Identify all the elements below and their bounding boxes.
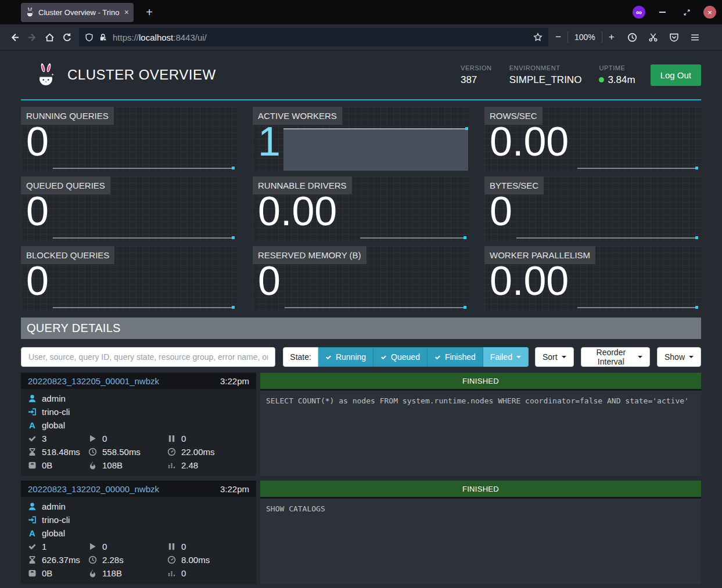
state-filter-group: State: Running Queued Finished Failed bbox=[283, 347, 529, 367]
query-sql[interactable]: SELECT COUNT(*) as nodes FROM system.run… bbox=[260, 389, 701, 476]
chevron-down-icon bbox=[638, 356, 642, 358]
filter-queued-button[interactable]: Queued bbox=[373, 347, 428, 367]
close-window-button[interactable]: × bbox=[703, 6, 716, 19]
sparkline bbox=[285, 307, 466, 308]
gauge-icon bbox=[167, 555, 176, 564]
stat-value: 0.00 bbox=[490, 121, 569, 163]
query-state-bar: FINISHED bbox=[260, 373, 701, 389]
stat-value: 0 bbox=[490, 190, 512, 233]
query-row: 20220823_132202_00000_nwbzk 3:22pm FINIS… bbox=[21, 481, 701, 584]
stat-value: 0 bbox=[26, 190, 49, 233]
query-metrics: 300518.48ms558.50ms22.00ms0B108B2.48 bbox=[28, 432, 249, 472]
pause-icon bbox=[167, 542, 176, 551]
clock-icon bbox=[88, 448, 97, 456]
query-meta: admin trino-cli Aglobal 100626.37ms2.28s… bbox=[21, 497, 256, 584]
maximize-button[interactable] bbox=[679, 5, 694, 20]
stat-value: 0.00 bbox=[258, 190, 337, 233]
stat-label: ACTIVE WORKERS bbox=[253, 107, 342, 125]
stat-label: RESERVED MEMORY (B) bbox=[253, 246, 367, 264]
stat-value: 0.00 bbox=[490, 260, 569, 302]
chart-metric: 0 bbox=[167, 567, 249, 580]
search-input[interactable] bbox=[21, 347, 275, 367]
query-source: trino-cli bbox=[28, 513, 249, 526]
query-time: 3:22pm bbox=[220, 376, 249, 386]
stat-card: RUNNABLE DRIVERS 0.00 bbox=[253, 176, 469, 241]
reload-button[interactable] bbox=[58, 28, 76, 46]
sparkline bbox=[360, 237, 466, 239]
fire-icon bbox=[88, 461, 97, 470]
sort-dropdown[interactable]: Sort bbox=[535, 347, 574, 367]
filter-failed-dropdown[interactable]: Failed bbox=[483, 347, 529, 367]
query-list: 20220823_132205_00001_nwbzk 3:22pm FINIS… bbox=[21, 373, 701, 584]
sparkline-dot bbox=[232, 306, 235, 309]
query-toolbar: State: Running Queued Finished Failed So… bbox=[21, 347, 701, 367]
hourglass-metric: 626.37ms bbox=[28, 553, 88, 567]
query-state-label: FINISHED bbox=[462, 377, 499, 385]
stat-label: RUNNABLE DRIVERS bbox=[253, 176, 352, 194]
show-dropdown[interactable]: Show bbox=[657, 347, 701, 367]
login-icon bbox=[28, 515, 37, 524]
play-metric: 0 bbox=[88, 540, 167, 553]
stat-card: WORKER PARALLELISM 0.00 bbox=[484, 246, 701, 311]
home-button[interactable] bbox=[41, 28, 58, 46]
history-icon[interactable] bbox=[624, 28, 641, 46]
stat-card: ROWS/SEC 0.00 bbox=[484, 107, 701, 172]
stat-value: 0 bbox=[26, 260, 49, 302]
hourglass-metric: 518.48ms bbox=[28, 445, 88, 459]
zoom-in-button[interactable]: + bbox=[609, 31, 615, 43]
sparkline bbox=[53, 168, 234, 169]
stat-label: ROWS/SEC bbox=[484, 107, 543, 125]
url-bar[interactable]: https://localhost:8443/ui/ bbox=[79, 28, 548, 46]
fire-icon bbox=[88, 569, 97, 578]
logout-button[interactable]: Log Out bbox=[651, 64, 701, 86]
stat-card: BLOCKED QUERIES 0 bbox=[21, 246, 238, 311]
zoom-level[interactable]: 100% bbox=[574, 33, 595, 42]
scale-icon bbox=[28, 569, 37, 578]
pause-icon bbox=[167, 434, 176, 443]
query-sql[interactable]: SHOW CATALOGS bbox=[260, 497, 701, 584]
app-header: CLUSTER OVERVIEW VERSION 387 ENVIRONMENT… bbox=[21, 50, 701, 100]
gauge-icon bbox=[167, 448, 176, 456]
sparkline-dot bbox=[695, 236, 698, 239]
stat-card: RUNNING QUERIES 0 bbox=[21, 107, 238, 172]
reorder-interval-dropdown[interactable]: Reorder Interval bbox=[581, 347, 650, 367]
sparkline bbox=[53, 237, 234, 239]
chevron-down-icon bbox=[689, 356, 694, 358]
back-button[interactable] bbox=[6, 28, 23, 46]
query-user: admin bbox=[28, 392, 249, 405]
query-id-link[interactable]: 20220823_132202_00000_nwbzk bbox=[28, 484, 159, 494]
play-icon bbox=[88, 434, 97, 443]
query-row-header: 20220823_132205_00001_nwbzk 3:22pm bbox=[21, 373, 256, 389]
menu-icon[interactable] bbox=[687, 28, 704, 46]
filter-running-button[interactable]: Running bbox=[318, 347, 373, 367]
sparkline-dot bbox=[464, 306, 466, 309]
query-row: 20220823_132205_00001_nwbzk 3:22pm FINIS… bbox=[21, 373, 701, 476]
fire-metric: 108B bbox=[88, 459, 167, 472]
pocket-icon[interactable] bbox=[666, 28, 683, 46]
zoom-out-button[interactable]: − bbox=[555, 31, 561, 43]
tracking-shield-icon[interactable] bbox=[85, 33, 94, 42]
sparkline-dot bbox=[695, 306, 698, 309]
check-metric: 1 bbox=[28, 540, 88, 553]
trino-favicon-icon bbox=[26, 8, 34, 17]
sparkline bbox=[53, 307, 234, 308]
filter-finished-button[interactable]: Finished bbox=[428, 347, 483, 367]
user-icon bbox=[28, 502, 37, 511]
cluster-meta: VERSION 387 ENVIRONMENT SIMPLE_TRINO UPT… bbox=[461, 64, 701, 86]
screenshot-tool-icon[interactable] bbox=[645, 28, 662, 46]
new-tab-button[interactable]: + bbox=[142, 5, 157, 20]
minimize-button[interactable] bbox=[655, 5, 670, 20]
browser-titlebar: Cluster Overview - Trino × + ∞ × bbox=[0, 0, 722, 24]
query-id-link[interactable]: 20220823_132205_00001_nwbzk bbox=[28, 376, 159, 386]
forward-button[interactable] bbox=[23, 28, 41, 46]
query-source: trino-cli bbox=[28, 405, 249, 419]
tab-close-icon[interactable]: × bbox=[124, 8, 129, 17]
lock-warning-icon[interactable] bbox=[99, 33, 107, 42]
page-title: CLUSTER OVERVIEW bbox=[67, 67, 216, 83]
bookmark-star-icon[interactable] bbox=[533, 33, 543, 42]
sparkline bbox=[577, 168, 698, 169]
check-icon bbox=[28, 542, 37, 551]
browser-tab[interactable]: Cluster Overview - Trino × bbox=[21, 3, 134, 22]
stat-value: 0 bbox=[258, 260, 281, 302]
private-browsing-icon: ∞ bbox=[633, 6, 645, 19]
